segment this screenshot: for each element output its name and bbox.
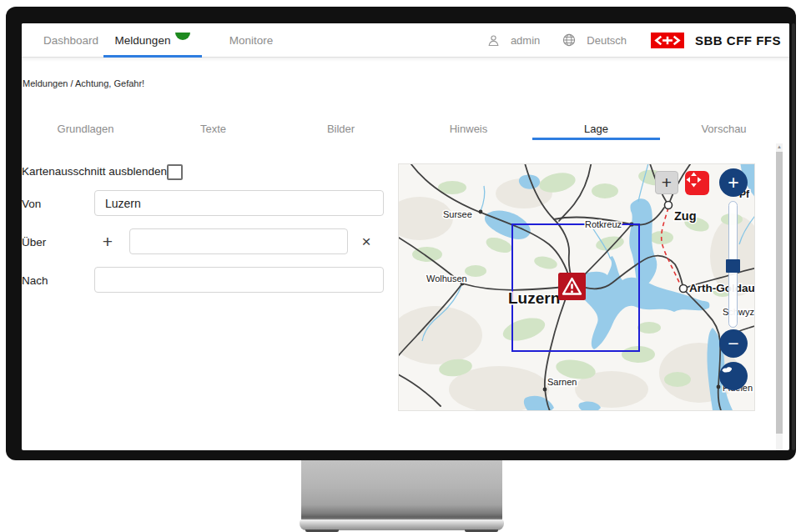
map-label-rotkreuz: Rotkreuz xyxy=(585,219,622,229)
map-label-arth-goldau: Arth-Goldau xyxy=(689,282,754,294)
von-label: Von xyxy=(22,190,41,218)
zoom-in-button[interactable]: + xyxy=(719,168,748,197)
zoom-slider-handle[interactable] xyxy=(726,259,740,273)
tab-lage[interactable]: Lage xyxy=(532,117,660,140)
hide-map-checkbox[interactable] xyxy=(167,164,183,180)
map-move-button[interactable] xyxy=(685,171,709,195)
globe-icon xyxy=(562,33,576,47)
tab-hinweis[interactable]: Hinweis xyxy=(405,117,532,140)
nav-item-meldungen[interactable]: Meldungen xyxy=(103,23,202,57)
nav-label: Meldungen xyxy=(115,34,171,47)
app-screen: Dashboard Meldungen Monitore admin Deuts… xyxy=(22,23,789,450)
tab-label: Bilder xyxy=(327,123,355,135)
tab-bilder[interactable]: Bilder xyxy=(277,117,405,140)
tab-label: Texte xyxy=(200,123,226,135)
tab-label: Lage xyxy=(584,123,608,135)
user-name[interactable]: admin xyxy=(511,34,540,47)
active-tab-underline xyxy=(532,138,660,140)
nav-item-monitore[interactable]: Monitore xyxy=(202,23,300,57)
add-via-icon[interactable]: + xyxy=(98,233,117,251)
hide-map-label: Kartenausschnitt ausblenden xyxy=(22,158,167,185)
brand-text: SBB CFF FFS xyxy=(695,33,781,48)
nav-label: Monitore xyxy=(229,34,274,47)
tab-label: Hinweis xyxy=(450,123,488,135)
nach-label: Nach xyxy=(22,267,48,294)
reset-to-switzerland-button[interactable] xyxy=(719,362,748,390)
breadcrumb: Meldungen / Achtung, Gefahr! xyxy=(23,78,144,88)
map-add-rectangle-button[interactable]: + xyxy=(655,171,678,194)
von-input[interactable] xyxy=(94,190,384,216)
move-arrows-icon xyxy=(685,171,703,188)
top-navigation-bar: Dashboard Meldungen Monitore admin Deuts… xyxy=(22,23,789,58)
user-icon xyxy=(487,34,500,47)
bezel-highlight xyxy=(792,23,795,450)
page-scrollbar-thumb[interactable] xyxy=(776,152,783,434)
language-selector[interactable]: Deutsch xyxy=(587,34,627,47)
monitor-stand xyxy=(301,460,502,519)
header-right-group: admin Deutsch SBB CFF FFS xyxy=(487,23,781,57)
map-canvas[interactable]: Sursee Rotkreuz Zug Wolhusen Luzern Arth… xyxy=(398,163,755,411)
monitor-bezel: Dashboard Meldungen Monitore admin Deuts… xyxy=(6,7,796,460)
map-label-luzern: Luzern xyxy=(508,289,560,307)
map-label-wolhusen: Wolhusen xyxy=(426,274,467,284)
tab-texte[interactable]: Texte xyxy=(149,117,277,140)
clear-via-icon[interactable]: × xyxy=(357,233,375,251)
danger-warning-marker-icon[interactable] xyxy=(558,273,586,300)
ueber-input[interactable] xyxy=(129,228,348,254)
tab-bar: Grundlagen Texte Bilder Hinweis Lage Vor… xyxy=(22,117,788,140)
map-label-schwyz: Schwyz xyxy=(723,307,754,317)
nach-input[interactable] xyxy=(94,267,384,293)
map-label-sursee: Sursee xyxy=(443,209,472,219)
ueber-label: Über xyxy=(22,228,46,256)
scrollbar-up-arrow-icon[interactable]: ▲ xyxy=(776,143,783,151)
sbb-logo-icon xyxy=(651,33,684,48)
tab-label: Vorschau xyxy=(701,123,746,135)
map-label-sarnen: Sarnen xyxy=(547,377,577,387)
tab-vorschau[interactable]: Vorschau xyxy=(660,117,788,140)
switzerland-outline-icon xyxy=(719,362,735,378)
nav-label: Dashboard xyxy=(43,34,98,47)
green-arc-badge-icon xyxy=(175,33,190,40)
tab-label: Grundlagen xyxy=(58,123,114,135)
tab-grundlagen[interactable]: Grundlagen xyxy=(22,117,149,140)
zoom-out-button[interactable]: − xyxy=(719,329,748,358)
map-label-zug: Zug xyxy=(674,209,697,223)
active-nav-underline xyxy=(103,55,202,58)
